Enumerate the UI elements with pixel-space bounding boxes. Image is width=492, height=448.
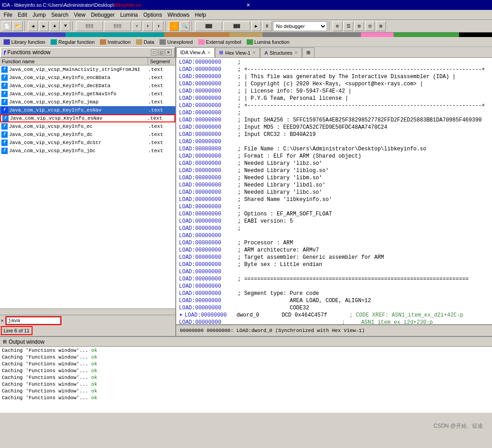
toolbar-down[interactable]: ▼ [61,21,70,31]
tab-hex-view[interactable]: ⊞ Hex View-1 ✕ [215,47,260,57]
toolbar-c3[interactable]: ⊞ [354,21,364,31]
tab-struct-label: Structures [270,50,292,56]
toolbar-new[interactable]: 📄 [2,21,12,31]
func-row-6-boxed[interactable]: f Java_com_vip_vcsp_KeyInfo_esNav .text [0,114,175,122]
output-content[interactable]: Caching 'Functions window'... ok Caching… [0,347,492,413]
legend-lumina-box [247,39,253,45]
toolbar-forward[interactable]: ▶ [39,21,49,31]
func-row-8[interactable]: f Java_com_vip_vcsp_KeyInfo_dc .text [0,131,175,139]
ida-line-26: LOAD:00000000 ; ARM architecture: ARMv7 [177,247,491,254]
title-highlight: libkeyinfo.so [114,2,141,8]
cb-library [0,33,66,37]
cb-black [459,33,492,37]
toolbar-c5[interactable]: ⊠ [376,21,386,31]
title-close-btn[interactable]: ✕ [246,2,491,8]
menu-edit[interactable]: Edit [15,11,30,19]
func-icon-3: f [1,91,8,97]
menu-options[interactable]: Options [141,11,164,19]
menu-debugger[interactable]: Debugger [88,11,117,19]
toolbar-back[interactable]: ◀ [28,21,38,31]
functions-icon: f [4,49,5,56]
func-name-9: Java_com_vip_vcsp_KeyInfo_dcStr [9,140,148,145]
menu-help[interactable]: Help [192,11,209,19]
tab-struct-close[interactable]: ✕ [294,50,298,55]
func-row-3[interactable]: f Java_com_vip_vcsp_KeyInfo_getNavInfo .… [0,90,175,98]
legend-data-label: Data [144,39,154,45]
menu-windows[interactable]: Windows [165,11,192,19]
toolbar-btn4[interactable]: ⣿⣿⣿ [104,21,131,31]
func-row-1[interactable]: f Java_com_vip_vcsp_KeyInfo_encBData .te… [0,74,175,82]
legend-unexplored: Unexplored [159,39,192,45]
toolbar-open[interactable]: 📂 [13,21,23,31]
ida-view-content[interactable]: LOAD:00000000 ; LOAD:00000000 ; +-------… [176,58,492,324]
status-text: 00000000 00000000: LOAD:dword_0 (Synchro… [180,328,365,333]
func-row-2[interactable]: f Java_com_vip_vcsp_KeyInfo_decEData .te… [0,82,175,90]
tab-ida-close[interactable]: ✕ [207,50,211,55]
func-row-0[interactable]: f Java_com_vip_vcsp_MainActivity_stringF… [0,65,175,74]
toolbar-c4[interactable]: ⊟ [365,21,375,31]
toolbar-btn5[interactable]: ⚡ [132,21,142,31]
func-name-5: Java_com_vip_vcsp_KeyInfo_esNav [9,107,148,113]
legend-regular-label: Regular function [58,39,94,45]
legend-instruction-label: Instruction [108,39,131,45]
tab-structures[interactable]: A Structures ✕ [260,47,301,57]
func-icon-10: f [1,148,8,154]
func-icon-2: f [1,83,8,89]
menu-lumina[interactable]: Lumina [117,11,141,19]
toolbar-search[interactable]: 🔍 [180,21,190,31]
func-row-7[interactable]: f Java_com_vip_vcsp_KeyInfo_ec .text [0,122,175,131]
ida-line-1: LOAD:00000000 ; +-----------------------… [177,66,491,73]
toolbar-warn[interactable]: ⚠ [169,21,179,31]
menu-jump[interactable]: Jump [30,11,48,19]
func-icon-8: f [1,131,8,138]
debugger-dropdown[interactable]: No debugger [273,21,327,31]
tab-ida-view[interactable]: IDA View-A ✕ [176,47,215,57]
ida-line-7: LOAD:00000000 ; [177,109,491,117]
toolbar-c1[interactable]: ⚙ [333,21,342,31]
output-line-4: Caching 'Functions window'... ok [2,382,490,388]
tab-hex-icon: ⊞ [219,50,223,56]
menu-file[interactable]: File [1,11,15,19]
ida-line-20: LOAD:00000000 ; [177,203,491,210]
toolbar-b1[interactable]: ▓▓▓ [195,21,222,31]
ida-line-30: LOAD:00000000 ; ========================… [177,275,491,283]
legend-lumina: Lumina function [247,39,290,45]
functions-close-btn[interactable]: ✕ [165,49,172,56]
toolbar-b3[interactable]: ▶ [251,21,261,31]
legend-lumina-label: Lumina function [254,39,290,45]
functions-title-bar: f Functions window □ ◱ ✕ [0,47,175,58]
line-info: Line 6 of 11 [1,326,33,335]
func-row-10[interactable]: f Java_com_vip_vcsp_KeyInfo_jDc .text [0,147,175,155]
search-input[interactable] [6,317,61,324]
func-row-4[interactable]: f Java_com_vip_vcsp_KeyInfo_jmap .text [0,98,175,106]
ida-line-36: LOAD:00000000 ; ASN1_item_ex_i2d+230↓p [177,319,491,324]
toolbar-btn3[interactable]: ⣿⣿⣿ [76,21,103,31]
ida-line-12: LOAD:00000000 ; File Name : C:\Users\Adm… [177,145,491,153]
functions-restore-btn[interactable]: □ [151,49,157,56]
functions-list[interactable]: f Java_com_vip_vcsp_MainActivity_stringF… [0,65,175,308]
toolbar-b2[interactable]: ▓▓▓ [223,21,250,31]
tab-hex-close[interactable]: ✕ [252,50,256,55]
toolbar-b4[interactable]: ⏸ [262,21,272,31]
menu-search[interactable]: Search [48,11,71,19]
toolbar-btn7[interactable]: ⬆ [154,21,164,31]
func-name-4: Java_com_vip_vcsp_KeyInfo_jmap [9,99,148,105]
func-row-9[interactable]: f Java_com_vip_vcsp_KeyInfo_dcStr .text [0,139,175,147]
func-seg-10: .text [148,148,175,154]
legend-library: Library function [4,39,45,45]
functions-float-btn[interactable]: ◱ [158,49,164,56]
toolbar-c2[interactable]: ☰ [343,21,353,31]
toolbar: 📄 📂 ◀ ▶ ▲ ▼ ⣿⣿⣿ ⣿⣿⣿ ⚡ ⬇ ⬆ ⚠ 🔍 ▓▓▓ ▓▓▓ ▶ … [0,20,492,33]
cb-regular [66,33,164,37]
legend-library-label: Library function [11,39,45,45]
tab-extra[interactable]: ⊞ [302,47,314,57]
output-line-0: Caching 'Functions window'... ok [2,355,490,361]
watermark: CSDN @开始、征途 [433,422,483,430]
functions-hscroll[interactable] [0,308,175,315]
toolbar-btn6[interactable]: ⬇ [143,21,153,31]
func-row-5-selected[interactable]: f Java_com_vip_vcsp_KeyInfo_esNav .text [0,106,175,114]
func-icon-9: f [1,140,8,146]
menu-view[interactable]: View [71,11,88,19]
legend-unexplored-label: Unexplored [167,39,192,45]
toolbar-up[interactable]: ▲ [50,21,60,31]
